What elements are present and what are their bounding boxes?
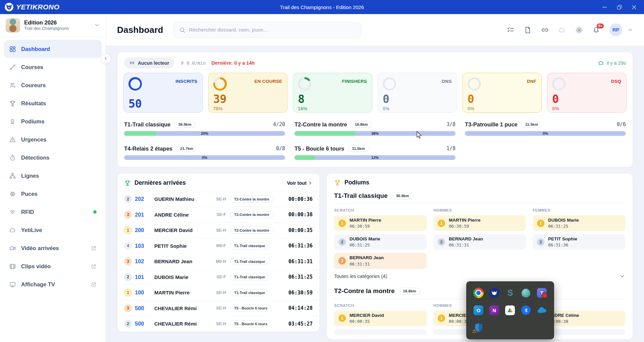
all-categories-toggle[interactable]: Toutes les catégories (4) [334,273,625,279]
rank-badge: 2 [124,195,132,203]
search-icon [179,27,185,33]
link-icon[interactable] [541,26,549,34]
sidebar-item-yetilive[interactable]: YetiLive [4,221,102,239]
podium-runner-name: BERNARD Jean [449,236,483,242]
sidebar-item-label: Résultats [21,100,46,107]
podium-column-hommes: HOMMES1MARTIN Pierre06:30:592BERNARD Jea… [433,208,526,272]
arrival-row: 2101DUBOIS MarieSE-FT1-Trail classique06… [117,269,319,285]
video-icon [9,245,16,252]
chevron-down-icon [94,22,100,28]
user-menu-chevron-icon[interactable] [628,27,633,33]
race-finisher-count: 0/8 [276,146,285,152]
onedrive-app-icon[interactable] [537,305,547,316]
arrival-time: 06:31:25 [284,274,313,280]
detection-rate: 0.0/min [180,60,206,66]
sidebar-item-label: Urgences [21,136,46,143]
race-distance-badge: 11.5km [348,145,369,152]
checklist-icon[interactable] [507,26,515,34]
sidebar-item-rfid[interactable]: RFID [4,203,102,221]
race-name: T5 - Boucle 6 tours [294,146,344,152]
category-code: M0-F [213,243,230,248]
race-progress-bar: 0% [465,131,626,136]
arrival-time: 03:45:27 [284,321,313,327]
yetikrono-app-icon[interactable] [489,288,499,298]
cloud-icon[interactable] [558,26,566,34]
podium-runner-name: BERNARD Jean [350,255,384,261]
podium-rank-badge: 2 [338,238,346,246]
sidebar-item-detections[interactable]: Détections [4,149,102,167]
podium-entry: 2PETIT Sophie06:31:36 [533,234,625,250]
sidebar-item-podiums[interactable]: Podiums [4,112,102,130]
podium-runner-name: MERCIER David [350,313,384,318]
topbar: Dashboard [106,14,644,46]
sidebar-item-video-arrivees[interactable]: Vidéo arrivées [4,239,102,257]
onenote-app-icon[interactable]: N [489,305,499,315]
sidebar-item-coureurs[interactable]: Coureurs [4,76,102,94]
sidebar-collapse-button[interactable] [101,53,111,64]
sidebar-item-lignes[interactable]: Lignes [4,167,102,185]
race-badge: T5 - Boucle 6 tours [230,320,271,327]
stat-label: EN COURSE [254,79,282,84]
sidebar-item-clips-video[interactable]: Clips vidéo [4,257,102,275]
chrome-app-icon[interactable] [473,288,484,298]
drop-app-icon[interactable] [522,289,530,297]
bib-number[interactable]: 500 [135,305,154,311]
sidebar-item-puces[interactable]: Puces [4,185,102,203]
bell-icon[interactable]: 9+ [592,26,600,34]
search-input[interactable] [189,27,356,33]
snagit-app-icon[interactable]: S [505,288,515,298]
bib-number[interactable]: 103 [135,243,154,249]
runner-name: ANDRE Céline [154,212,213,218]
gear-icon[interactable] [575,26,583,34]
arrival-time: 06:31:36 [284,243,313,249]
stopwatch-icon [9,154,16,161]
rank-badge: 2 [124,320,132,328]
rank-badge: 3 [124,211,132,219]
user-avatar[interactable]: RP [609,23,622,36]
bib-number[interactable]: 202 [135,196,154,202]
rank-badge: 4 [124,242,132,250]
sidebar-item-label: YetiLive [21,227,42,233]
restore-button[interactable] [612,2,627,12]
edition-selector[interactable]: Edition 2026 Trail des Champignons [0,14,106,37]
teams-app-icon[interactable]: T [537,288,547,298]
sidebar-item-affichage-tv[interactable]: Affichage TV [4,275,102,293]
sidebar-nav: DashboardCoursesCoureursRésultatsPodiums… [0,37,106,297]
yetikrono-logo-icon [4,2,14,12]
sidebar-item-courses[interactable]: Courses [4,58,102,76]
arrival-time: 06:31:31 [284,259,313,265]
podium-rank-badge: 2 [438,238,445,246]
outlook-app-icon[interactable]: O [474,305,483,315]
search-bar[interactable] [173,22,361,38]
close-button[interactable] [627,2,641,12]
stat-ring [128,77,142,91]
arrival-time: 00:00:38 [284,212,313,218]
bib-number[interactable]: 500 [135,321,154,327]
bluetooth-app-icon[interactable] [521,305,531,315]
bib-number[interactable]: 100 [135,289,154,296]
rank-badge: 2 [124,273,132,281]
bib-number[interactable]: 201 [135,212,154,218]
bib-number[interactable]: 200 [135,227,154,233]
podium-rank-badge: 1 [537,220,544,227]
document-icon[interactable] [524,26,532,34]
sidebar-item-urgences[interactable]: Urgences [4,130,102,149]
see-all-link[interactable]: Voir tout [287,180,313,186]
sidebar-item-dashboard[interactable]: Dashboard [4,40,102,58]
stat-ring [552,77,566,91]
podium-time: 06:31:31 [449,242,483,247]
rank-badge: 1 [124,289,132,296]
defender-app-icon[interactable]: ⚠ [473,323,484,333]
stat-card-dns: DNS00% [378,73,457,113]
podium-time: 06:31:25 [548,224,579,229]
minimize-button[interactable] [597,2,612,12]
bib-number[interactable]: 101 [135,274,154,280]
stat-card-dsq: DSQ00% [547,73,627,113]
arrivals-card: Dernières arrivées Voir tout 2202GUERIN … [117,173,320,332]
bib-number[interactable]: 102 [135,258,154,265]
stat-value: 0 [552,93,622,105]
podium-column-header: HOMMES [433,208,526,212]
podium-time: 06:30:59 [449,224,481,229]
sidebar-item-resultats[interactable]: Résultats [4,94,102,112]
drive-app-icon[interactable] [505,305,515,315]
